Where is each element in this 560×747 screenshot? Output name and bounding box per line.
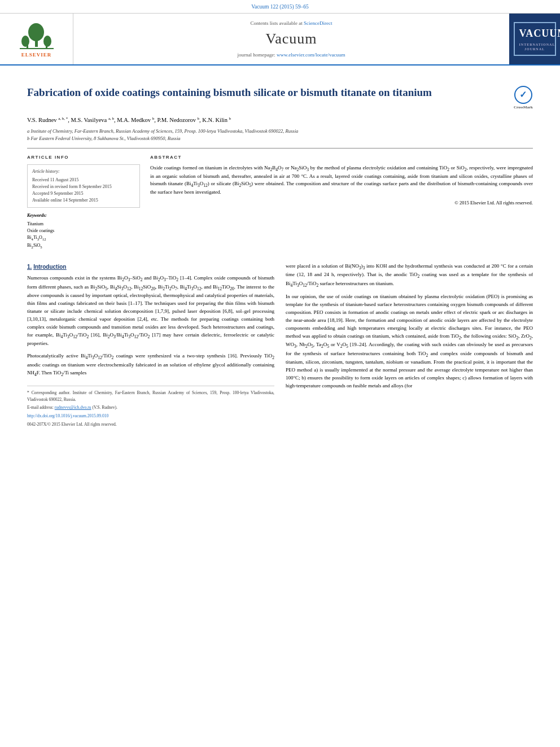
vacuum-badge-inner: VACUUM INTERNATIONAL JOURNAL xyxy=(514,22,556,56)
history-label: Article history: xyxy=(32,168,135,174)
email-label: E-mail address: xyxy=(27,405,54,410)
main-content: Fabrication of oxide coatings containing… xyxy=(0,65,560,439)
body-right-col: were placed in a solution of Bi(NO3)3 in… xyxy=(286,263,533,429)
contents-available-line: Contents lists available at ScienceDirec… xyxy=(251,20,333,27)
elsevier-brand-name: ELSEVIER xyxy=(21,51,52,59)
affiliation-b: b Far Eastern Federal University, 8 Sukh… xyxy=(27,136,533,142)
issn-line: 0042-207X/© 2015 Elsevier Ltd. All right… xyxy=(27,421,274,428)
keyword-2: Oxide coatings xyxy=(27,228,140,234)
sciencedirect-link[interactable]: ScienceDirect xyxy=(304,20,332,26)
email-link[interactable]: rudnevvs@ich.dvo.ru xyxy=(55,405,91,410)
svg-rect-6 xyxy=(20,48,54,49)
keywords-block: Keywords: Titanium Oxide coatings Bi4Ti3… xyxy=(27,212,140,249)
intro-paragraph-1: Numerous compounds exist in the systems … xyxy=(27,274,274,348)
body-left-col: 1. Introduction Numerous compounds exist… xyxy=(27,263,274,429)
svg-point-1 xyxy=(28,23,44,41)
crossmark-logo: ✓ xyxy=(514,86,532,104)
journal-reference-bar: Vacuum 122 (2015) 59–65 xyxy=(0,0,560,14)
footnote-corresponding: * Corresponding author. Institute of Che… xyxy=(27,390,274,403)
authors-text: V.S. Rudnev a, b, *, M.S. Vasilyeva a, b… xyxy=(27,117,231,123)
crossmark-badge[interactable]: ✓ CrossMark xyxy=(514,86,533,110)
keyword-3: Bi4Ti3O12 xyxy=(27,234,140,242)
homepage-label: journal homepage: xyxy=(238,52,275,58)
svg-rect-5 xyxy=(46,45,47,49)
body-columns: 1. Introduction Numerous compounds exist… xyxy=(27,263,533,429)
article-title-text: Fabrication of oxide coatings containing… xyxy=(27,86,514,100)
intro-paragraph-2: Photocatalytically active Bi4Ti3O12/TiO2… xyxy=(27,352,274,378)
elsevier-tree-svg xyxy=(15,20,58,49)
journal-info-center: Contents lists available at ScienceDirec… xyxy=(73,14,509,64)
article-info-column: Article Info Article history: Received 1… xyxy=(27,154,140,250)
article-info-header: Article Info xyxy=(27,154,140,160)
header-divider xyxy=(27,148,533,148)
journal-homepage: journal homepage: www.elsevier.com/locat… xyxy=(238,51,345,59)
contents-text: Contents lists available at xyxy=(251,20,303,26)
received-date: Received 11 August 2015 xyxy=(32,177,135,183)
homepage-url[interactable]: www.elsevier.com/locate/vacuum xyxy=(277,52,345,58)
keyword-1: Titanium xyxy=(27,221,140,227)
article-history-block: Article history: Received 11 August 2015… xyxy=(27,164,140,208)
vacuum-badge-subtitle: INTERNATIONAL JOURNAL xyxy=(519,42,550,52)
page: Vacuum 122 (2015) 59–65 xyxy=(0,0,560,747)
vacuum-badge: VACUUM INTERNATIONAL JOURNAL xyxy=(509,14,560,64)
footnote-area: * Corresponding author. Institute of Che… xyxy=(27,386,274,427)
elsevier-logo xyxy=(15,20,58,49)
intro-section-title: 1. Introduction xyxy=(27,263,274,272)
doi-anchor[interactable]: http://dx.doi.org/10.1016/j.vacuum.2015.… xyxy=(27,413,108,418)
right-paragraph-1: were placed in a solution of Bi(NO3)3 in… xyxy=(286,263,533,289)
footnote-email: E-mail address: rudnevvs@ich.dvo.ru (V.S… xyxy=(27,404,274,411)
keyword-4: Bi2SiO5 xyxy=(27,242,140,250)
journal-ref: Vacuum 122 (2015) 59–65 xyxy=(251,4,309,10)
doi-link: http://dx.doi.org/10.1016/j.vacuum.2015.… xyxy=(27,413,274,420)
keywords-label: Keywords: xyxy=(27,212,140,219)
accepted-date: Accepted 9 September 2015 xyxy=(32,190,135,196)
available-online-date: Available online 14 September 2015 xyxy=(32,197,135,203)
journal-title: Vacuum xyxy=(265,29,317,49)
elsevier-logo-area: ELSEVIER xyxy=(0,14,73,64)
intro-title-text: Introduction xyxy=(33,264,66,270)
received-revised-date: Received in revised form 8 September 201… xyxy=(32,184,135,190)
crossmark-label: CrossMark xyxy=(514,105,533,110)
svg-rect-3 xyxy=(27,45,28,49)
journal-header: ELSEVIER Contents lists available at Sci… xyxy=(0,14,560,65)
authors-line: V.S. Rudnev a, b, *, M.S. Vasilyeva a, b… xyxy=(27,116,533,124)
copyright-line: © 2015 Elsevier Ltd. All rights reserved… xyxy=(150,200,533,207)
abstract-header: Abstract xyxy=(150,154,533,160)
abstract-text: Oxide coatings formed on titanium in ele… xyxy=(150,164,533,196)
email-person: (V.S. Rudnev). xyxy=(92,405,117,410)
affiliation-a: a Institute of Chemistry, Far-Eastern Br… xyxy=(27,128,533,135)
article-info-abstract: Article Info Article history: Received 1… xyxy=(27,154,533,250)
abstract-column: Abstract Oxide coatings formed on titani… xyxy=(150,154,533,250)
intro-number: 1. xyxy=(27,264,32,270)
right-paragraph-2: In our opinion, the use of oxide coating… xyxy=(286,293,533,390)
vacuum-badge-title: VACUUM xyxy=(519,27,550,41)
article-title-row: Fabrication of oxide coatings containing… xyxy=(27,86,533,110)
